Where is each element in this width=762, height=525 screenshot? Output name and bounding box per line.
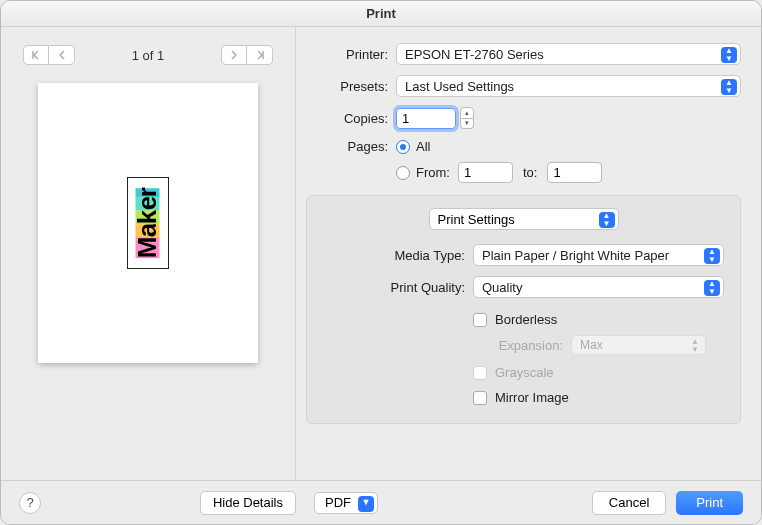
presets-select[interactable]: Last Used Settings ▲▼ <box>396 75 741 97</box>
pages-to-label: to: <box>523 165 537 180</box>
pages-label: Pages: <box>306 139 396 154</box>
preview-pane: 1 of 1 Maker <box>1 27 296 480</box>
printer-row: Printer: EPSON ET-2760 Series ▲▼ <box>306 43 741 65</box>
expansion-value: Max <box>580 338 603 352</box>
preview-artwork: Maker <box>127 177 169 269</box>
updown-icon: ▲▼ <box>723 47 735 63</box>
stepper-up-icon[interactable]: ▴ <box>460 107 474 119</box>
borderless-checkbox[interactable] <box>473 313 487 327</box>
copies-label: Copies: <box>306 111 396 126</box>
print-quality-label: Print Quality: <box>323 280 473 295</box>
next-page-button[interactable] <box>221 45 247 65</box>
pdf-menu-button[interactable]: PDF ▼ <box>314 492 378 514</box>
presets-row: Presets: Last Used Settings ▲▼ <box>306 75 741 97</box>
media-type-label: Media Type: <box>323 248 473 263</box>
next-buttons <box>221 45 273 65</box>
first-page-button[interactable] <box>23 45 49 65</box>
expansion-label: Expansion: <box>323 338 571 353</box>
borderless-label: Borderless <box>495 312 557 327</box>
mirror-row: Mirror Image <box>323 390 724 405</box>
print-settings-panel: Print Settings ▲▼ Media Type: Plain Pape… <box>306 195 741 424</box>
hide-details-button[interactable]: Hide Details <box>200 491 296 515</box>
pages-from-row: From: to: <box>306 162 741 183</box>
copies-input[interactable] <box>396 108 456 129</box>
cancel-button[interactable]: Cancel <box>592 491 666 515</box>
mirror-label: Mirror Image <box>495 390 569 405</box>
grayscale-label: Grayscale <box>495 365 554 380</box>
pages-to-input[interactable] <box>547 162 602 183</box>
settings-section-select[interactable]: Print Settings ▲▼ <box>429 208 619 230</box>
prev-page-button[interactable] <box>49 45 75 65</box>
stepper-down-icon[interactable]: ▾ <box>460 119 474 130</box>
presets-label: Presets: <box>306 79 396 94</box>
media-type-value: Plain Paper / Bright White Paper <box>482 248 669 263</box>
footer-left: ? Hide Details <box>19 491 314 515</box>
printer-value: EPSON ET-2760 Series <box>405 47 544 62</box>
print-button[interactable]: Print <box>676 491 743 515</box>
page-nav: 1 of 1 <box>23 45 273 65</box>
last-page-button[interactable] <box>247 45 273 65</box>
settings-section-value: Print Settings <box>438 212 515 227</box>
pages-range-radio[interactable] <box>396 166 410 180</box>
print-quality-value: Quality <box>482 280 522 295</box>
print-quality-select[interactable]: Quality ▲▼ <box>473 276 724 298</box>
presets-value: Last Used Settings <box>405 79 514 94</box>
window-title: Print <box>1 1 761 27</box>
page-indicator: 1 of 1 <box>132 48 165 63</box>
pages-all-radio[interactable] <box>396 140 410 154</box>
last-page-icon <box>255 50 265 60</box>
expansion-select: Max ▲▼ <box>571 335 706 355</box>
pages-from-input[interactable] <box>458 162 513 183</box>
printer-label: Printer: <box>306 47 396 62</box>
artwork-text: Maker <box>132 182 164 264</box>
page-preview: Maker <box>38 83 258 363</box>
updown-icon: ▲▼ <box>691 338 699 354</box>
dialog-footer: ? Hide Details PDF ▼ Cancel Print <box>1 480 761 524</box>
copies-row: Copies: ▴ ▾ <box>306 107 741 129</box>
dialog-content: 1 of 1 Maker <box>1 27 761 480</box>
grayscale-checkbox <box>473 366 487 380</box>
chevron-right-icon <box>230 50 238 60</box>
pages-row: Pages: All <box>306 139 741 154</box>
updown-icon: ▲▼ <box>723 79 735 95</box>
media-type-select[interactable]: Plain Paper / Bright White Paper ▲▼ <box>473 244 724 266</box>
expansion-row: Expansion: Max ▲▼ <box>323 335 724 355</box>
pdf-label: PDF <box>325 495 351 510</box>
media-type-row: Media Type: Plain Paper / Bright White P… <box>323 244 724 266</box>
options-pane: Printer: EPSON ET-2760 Series ▲▼ Presets… <box>296 27 761 480</box>
pages-all-label: All <box>416 139 430 154</box>
copies-stepper[interactable]: ▴ ▾ <box>460 107 474 129</box>
printer-select[interactable]: EPSON ET-2760 Series ▲▼ <box>396 43 741 65</box>
chevron-left-icon <box>58 50 66 60</box>
updown-icon: ▲▼ <box>601 212 613 228</box>
print-quality-row: Print Quality: Quality ▲▼ <box>323 276 724 298</box>
prev-buttons <box>23 45 75 65</box>
pages-from-label: From: <box>416 165 450 180</box>
updown-icon: ▲▼ <box>706 248 718 264</box>
updown-icon: ▲▼ <box>706 280 718 296</box>
print-dialog: Print 1 of 1 <box>0 0 762 525</box>
mirror-checkbox[interactable] <box>473 391 487 405</box>
borderless-row: Borderless <box>323 312 724 327</box>
first-page-icon <box>31 50 41 60</box>
help-button[interactable]: ? <box>19 492 41 514</box>
grayscale-row: Grayscale <box>323 365 724 380</box>
chevron-down-icon: ▼ <box>360 498 372 514</box>
footer-right: Cancel Print <box>592 491 743 515</box>
